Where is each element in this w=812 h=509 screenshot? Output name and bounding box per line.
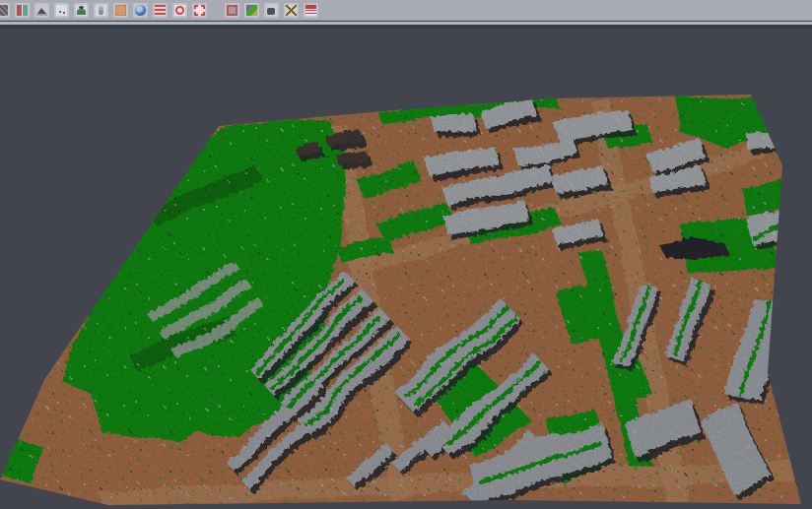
- application-window: [0, 0, 812, 509]
- striped-flag-icon[interactable]: [304, 3, 318, 18]
- red-layers-icon[interactable]: [153, 3, 168, 18]
- globe-icon[interactable]: [133, 3, 148, 18]
- sparse-points-icon-glyph: [56, 5, 67, 16]
- texture-patch-icon-glyph: [0, 5, 8, 16]
- striped-flag-icon-glyph: [305, 5, 316, 16]
- ground-patch-icon[interactable]: [113, 3, 128, 18]
- classification-palette-icon[interactable]: [244, 3, 259, 18]
- red-layers-icon-glyph: [155, 5, 166, 16]
- sparse-points-icon[interactable]: [54, 3, 69, 18]
- cloud-pair-icon-glyph: [17, 5, 28, 16]
- classification-palette-icon-glyph: [246, 5, 257, 16]
- mountain-icon-glyph: [36, 5, 47, 16]
- filter-frame-icon-glyph: [227, 5, 237, 16]
- viewport-top-shade: [0, 25, 812, 29]
- ring-icon[interactable]: [172, 3, 187, 18]
- selection-corners-icon[interactable]: [192, 3, 207, 18]
- terrain-mound-icon[interactable]: [74, 3, 89, 18]
- ring-icon-glyph: [174, 5, 185, 16]
- cloud-pair-icon[interactable]: [15, 3, 30, 18]
- toolbar: [0, 0, 812, 21]
- yellow-cross-icon[interactable]: [284, 3, 299, 18]
- column-icon-glyph: [96, 5, 106, 16]
- globe-icon-glyph: [135, 5, 146, 16]
- viewport-3d[interactable]: [0, 25, 812, 509]
- yellow-cross-icon-glyph: [286, 5, 297, 16]
- toolbar-edge: [0, 22, 812, 25]
- column-icon[interactable]: [94, 3, 108, 18]
- solid-model-icon[interactable]: [264, 3, 279, 18]
- filter-frame-icon[interactable]: [225, 3, 239, 18]
- terrain-mound-icon-glyph: [76, 5, 87, 16]
- texture-patch-icon[interactable]: [0, 3, 10, 18]
- ground-patch-icon-glyph: [115, 5, 126, 16]
- selection-corners-icon-glyph: [194, 5, 205, 16]
- mountain-icon[interactable]: [34, 3, 49, 18]
- toolbar-separator: [212, 3, 220, 18]
- solid-model-icon-glyph: [266, 5, 277, 16]
